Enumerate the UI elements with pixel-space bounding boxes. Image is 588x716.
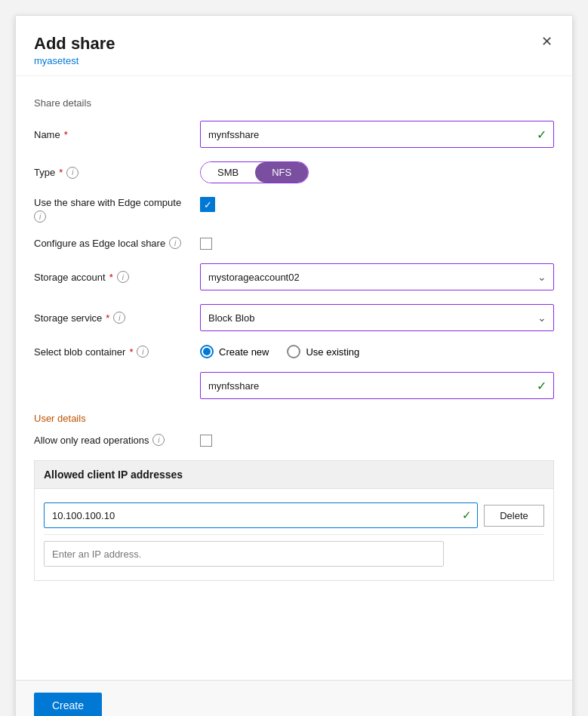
storage-account-field-row: Storage account * i mystorageaccount02 ⌄ bbox=[34, 263, 554, 290]
create-new-radio[interactable] bbox=[200, 345, 214, 358]
create-new-option[interactable]: Create new bbox=[200, 345, 269, 358]
edge-compute-checkbox[interactable]: ✓ bbox=[200, 197, 215, 212]
dialog-title: Add share bbox=[34, 34, 554, 54]
add-share-dialog: Add share myasetest ✕ Share details Name… bbox=[15, 15, 573, 716]
dialog-subtitle: myasetest bbox=[34, 55, 554, 66]
edge-compute-control: ✓ bbox=[200, 197, 215, 212]
edge-compute-label: Use the share with Edge compute bbox=[34, 197, 200, 208]
ip-section-body: ✓ Delete bbox=[34, 488, 554, 581]
dialog-footer: Create bbox=[16, 680, 572, 716]
use-existing-option[interactable]: Use existing bbox=[287, 345, 359, 358]
type-field-row: Type * i SMB NFS bbox=[34, 161, 554, 183]
create-button[interactable]: Create bbox=[34, 693, 102, 716]
storage-account-required: * bbox=[109, 272, 113, 283]
edge-compute-label-group: Use the share with Edge compute i bbox=[34, 197, 200, 223]
close-icon: ✕ bbox=[541, 33, 553, 50]
share-details-section-label: Share details bbox=[34, 97, 554, 109]
type-required: * bbox=[59, 167, 63, 178]
edge-local-control bbox=[200, 236, 554, 250]
use-existing-radio[interactable] bbox=[287, 345, 300, 358]
name-input-wrapper: ✓ bbox=[200, 121, 554, 148]
blob-container-control: Create new Use existing bbox=[200, 345, 554, 358]
type-toggle: SMB NFS bbox=[200, 161, 309, 183]
name-checkmark-icon: ✓ bbox=[537, 128, 546, 142]
create-new-label: Create new bbox=[219, 346, 269, 358]
storage-account-info-icon: i bbox=[117, 271, 129, 283]
edge-local-label: Configure as Edge local share i bbox=[34, 237, 200, 249]
name-required: * bbox=[64, 129, 68, 140]
blob-container-input-row: ✓ bbox=[200, 372, 554, 399]
allow-read-control bbox=[200, 433, 554, 447]
dialog-header: Add share myasetest ✕ bbox=[16, 16, 572, 76]
blob-container-required: * bbox=[129, 346, 133, 358]
edge-compute-row: Use the share with Edge compute i ✓ bbox=[34, 197, 554, 223]
blob-container-input-wrapper: ✓ bbox=[200, 372, 554, 399]
name-input[interactable] bbox=[200, 121, 554, 148]
allow-read-label: Allow only read operations i bbox=[34, 434, 200, 446]
allow-read-info-icon: i bbox=[152, 434, 165, 446]
ip-addresses-section: Allowed client IP addresses ✓ Delete bbox=[34, 460, 554, 581]
storage-service-required: * bbox=[106, 312, 109, 324]
allow-read-checkbox[interactable] bbox=[200, 435, 212, 447]
storage-service-field-row: Storage service * i Block Blob ⌄ bbox=[34, 304, 554, 331]
edge-compute-info-icon: i bbox=[34, 210, 46, 223]
allow-read-field-row: Allow only read operations i bbox=[34, 433, 554, 447]
storage-account-control: mystorageaccount02 ⌄ bbox=[200, 263, 554, 290]
type-info-icon: i bbox=[66, 167, 79, 179]
storage-service-info-icon: i bbox=[113, 312, 125, 324]
edge-compute-info: i bbox=[34, 210, 200, 223]
storage-service-label: Storage service * i bbox=[34, 312, 200, 324]
type-nfs-button[interactable]: NFS bbox=[255, 162, 308, 183]
type-control: SMB NFS bbox=[200, 161, 554, 183]
storage-service-select[interactable]: Block Blob bbox=[200, 304, 554, 331]
blob-container-input[interactable] bbox=[200, 372, 554, 399]
blob-container-info-icon: i bbox=[137, 346, 149, 358]
user-details-label: User details bbox=[34, 413, 554, 424]
user-details-section: User details Allow only read operations … bbox=[34, 413, 554, 447]
delete-ip-button[interactable]: Delete bbox=[484, 505, 544, 527]
use-existing-label: Use existing bbox=[306, 346, 359, 358]
ip-entry-row: ✓ Delete bbox=[44, 496, 544, 535]
ip-placeholder-input[interactable] bbox=[44, 541, 444, 567]
name-field-row: Name * ✓ bbox=[34, 121, 554, 148]
edge-local-field-row: Configure as Edge local share i bbox=[34, 236, 554, 250]
edge-local-info-icon: i bbox=[169, 237, 181, 249]
type-label: Type * i bbox=[34, 167, 200, 179]
name-label: Name * bbox=[34, 129, 200, 140]
blob-container-label: Select blob container * i bbox=[34, 346, 200, 358]
storage-service-control: Block Blob ⌄ bbox=[200, 304, 554, 331]
type-smb-button[interactable]: SMB bbox=[201, 162, 255, 183]
ip-checkmark-icon: ✓ bbox=[462, 509, 472, 522]
dialog-body: Share details Name * ✓ Type * i bbox=[16, 76, 572, 680]
storage-account-label: Storage account * i bbox=[34, 271, 200, 283]
storage-service-select-wrapper: Block Blob ⌄ bbox=[200, 304, 554, 331]
blob-container-field-row: Select blob container * i Create new Use… bbox=[34, 345, 554, 358]
storage-account-select[interactable]: mystorageaccount02 bbox=[200, 263, 554, 290]
blob-container-radio-group: Create new Use existing bbox=[200, 345, 554, 358]
ip-input[interactable] bbox=[44, 502, 478, 528]
close-button[interactable]: ✕ bbox=[536, 31, 557, 52]
blob-container-checkmark-icon: ✓ bbox=[537, 379, 546, 393]
ip-section-header: Allowed client IP addresses bbox=[34, 460, 554, 488]
storage-account-select-wrapper: mystorageaccount02 ⌄ bbox=[200, 263, 554, 290]
ip-placeholder-row bbox=[44, 535, 544, 573]
ip-input-wrapper: ✓ bbox=[44, 502, 478, 528]
name-control: ✓ bbox=[200, 121, 554, 148]
edge-local-checkbox[interactable] bbox=[200, 238, 212, 250]
